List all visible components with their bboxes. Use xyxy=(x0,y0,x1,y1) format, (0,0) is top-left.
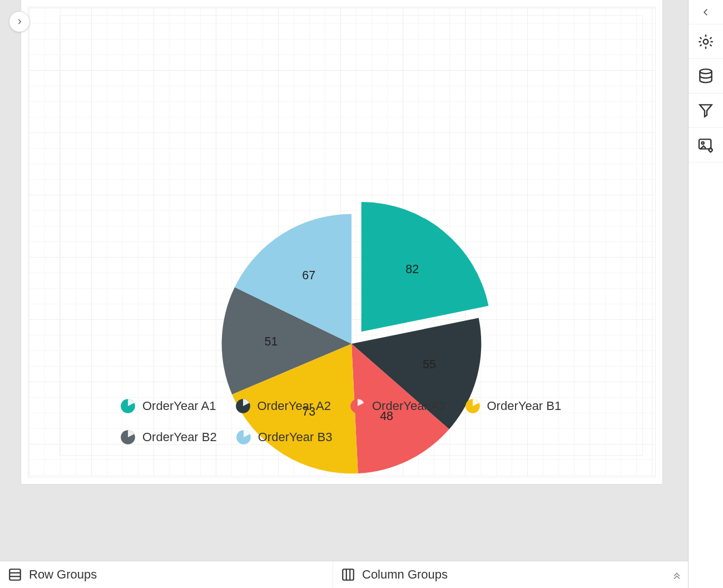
legend-pie-icon xyxy=(235,398,251,414)
svg-point-13 xyxy=(700,69,711,73)
groups-bar: Row Groups Column Groups xyxy=(0,561,688,588)
legend-label: OrderYear A2 xyxy=(257,399,331,413)
image-settings-button[interactable] xyxy=(689,128,723,162)
settings-button[interactable] xyxy=(689,24,723,59)
legend-label: OrderYear A3 xyxy=(372,399,446,413)
legend-item[interactable]: OrderYear B2 xyxy=(120,429,217,445)
right-toolbar xyxy=(689,0,723,588)
collapse-rail-button[interactable] xyxy=(689,0,723,24)
legend-item[interactable]: OrderYear A2 xyxy=(235,398,331,414)
database-icon xyxy=(697,67,715,85)
legend-label: OrderYear B1 xyxy=(487,399,562,413)
design-canvas[interactable]: 825548735167 OrderYear A1OrderYear A2Ord… xyxy=(0,0,688,561)
row-groups-icon xyxy=(8,567,22,582)
svg-rect-9 xyxy=(343,569,354,580)
slice-value-label: 82 xyxy=(405,263,419,276)
app-root: 825548735167 OrderYear A1OrderYear A2Ord… xyxy=(0,0,723,588)
filter-button[interactable] xyxy=(689,93,723,128)
legend-label: OrderYear B2 xyxy=(142,430,217,444)
column-groups-label: Column Groups xyxy=(362,567,448,582)
chevron-left-icon xyxy=(701,7,711,17)
column-groups-icon xyxy=(341,567,355,582)
legend-item[interactable]: OrderYear A1 xyxy=(120,398,216,414)
svg-point-15 xyxy=(702,141,704,144)
pie-slice[interactable] xyxy=(361,202,488,332)
chevron-right-icon xyxy=(16,18,23,26)
chart-region[interactable]: 825548735167 OrderYear A1OrderYear A2Ord… xyxy=(60,16,642,455)
svg-point-16 xyxy=(709,148,712,151)
gear-icon xyxy=(697,33,715,51)
legend-pie-icon xyxy=(350,398,365,414)
expand-panel-button[interactable] xyxy=(9,11,30,32)
legend-pie-icon xyxy=(120,398,136,414)
column-groups-section[interactable]: Column Groups xyxy=(333,561,666,588)
svg-point-12 xyxy=(704,39,709,44)
legend-pie-icon xyxy=(120,429,136,445)
data-button[interactable] xyxy=(689,59,723,93)
report-page[interactable]: 825548735167 OrderYear A1OrderYear A2Ord… xyxy=(21,0,662,484)
legend-item[interactable]: OrderYear A3 xyxy=(350,398,446,414)
legend-label: OrderYear A1 xyxy=(142,399,216,413)
pie-chart[interactable]: 825548735167 xyxy=(196,188,507,500)
groups-collapse-toggle[interactable] xyxy=(666,569,688,580)
svg-rect-6 xyxy=(9,569,21,580)
funnel-icon xyxy=(697,102,715,120)
chart-legend: OrderYear A1OrderYear A2OrderYear A3Orde… xyxy=(120,398,609,445)
legend-pie-icon xyxy=(465,398,481,414)
slice-value-label: 55 xyxy=(422,358,435,371)
chevrons-up-icon xyxy=(671,569,682,580)
legend-item[interactable]: OrderYear B3 xyxy=(236,429,333,445)
pie-svg: 825548735167 xyxy=(196,188,507,500)
legend-pie-icon xyxy=(236,429,251,445)
legend-label: OrderYear B3 xyxy=(258,430,333,444)
legend-item[interactable]: OrderYear B1 xyxy=(465,398,562,414)
slice-value-label: 67 xyxy=(302,269,315,282)
row-groups-label: Row Groups xyxy=(29,567,97,582)
left-pane: 825548735167 OrderYear A1OrderYear A2Ord… xyxy=(0,0,689,588)
slice-value-label: 51 xyxy=(264,335,278,348)
image-gear-icon xyxy=(697,136,715,154)
row-groups-section[interactable]: Row Groups xyxy=(0,561,333,588)
